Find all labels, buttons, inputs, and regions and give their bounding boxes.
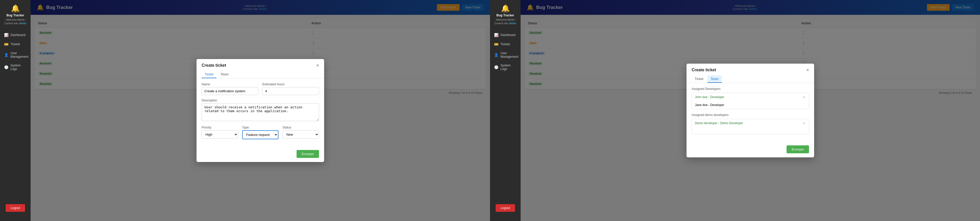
sidebar-welcome-right: - Welcome Admin - [494, 18, 516, 22]
system-logs-icon: 🕐 [4, 65, 8, 69]
sidebar-nav: 📊 Dashboard 🎫 Tickets 👤 User Management … [0, 30, 30, 199]
modal-tabs-left: Ticket Team [197, 71, 324, 78]
sidebar-item-tickets[interactable]: 🎫 Tickets [0, 40, 30, 49]
sidebar-item-dashboard-label: Dashboard [11, 33, 25, 37]
modal-body-team-right: Assigned Developers John doe - Developer… [687, 83, 814, 142]
sidebar-role-link: Admin [19, 22, 26, 25]
type-select[interactable]: Bug Feature request Improvement Task [242, 130, 279, 139]
priority-select[interactable]: Low Medium High Critical [202, 130, 238, 139]
form-group-description: Description: User should receive a notif… [202, 99, 319, 122]
tickets-icon-right: 🎫 [494, 42, 498, 46]
sidebar-item-dashboard-label-right: Dashboard [501, 33, 515, 37]
sidebar-right: 🔔 Bug Tracker - Welcome Admin - Current … [490, 0, 520, 221]
user-management-icon: 👤 [4, 53, 8, 57]
sidebar-item-tickets-label: Tickets [11, 42, 20, 46]
modal-footer-right: Envoyer [687, 142, 814, 157]
main-content-right: 🔔 Bug Tracker - Welcome Admin - Current … [520, 0, 980, 221]
main-content-left: 🔔 Bug Tracker - Welcome Admin - Current … [30, 0, 490, 221]
envoyer-button-left[interactable]: Envoyer [297, 150, 319, 158]
sidebar-item-system-logs-right[interactable]: 🕐 System Logs [490, 61, 520, 73]
description-label: Description: [202, 99, 319, 102]
check-icon-demo: ✓ [803, 121, 806, 125]
hours-label: Estimated hours [262, 83, 319, 86]
sidebar-nav-right: 📊 Dashboard 🎫 Tickets 👤 User Management … [490, 30, 520, 199]
sidebar-item-dashboard-right[interactable]: 📊 Dashboard [490, 30, 520, 40]
hours-input[interactable] [262, 87, 319, 95]
tab-ticket-left[interactable]: Ticket [202, 71, 216, 78]
sidebar-item-user-management-label-right: User Management [501, 51, 518, 59]
sidebar-logout-area-right: Logout [496, 199, 515, 217]
modal-close-button-right[interactable]: × [806, 68, 809, 72]
sidebar-left: 🔔 Bug Tracker - Welcome Admin - Current … [0, 0, 30, 221]
modal-body-left: Name: Estimated hours Description: User … [197, 78, 324, 147]
app-instance-left: 🔔 Bug Tracker - Welcome Admin - Current … [0, 0, 490, 221]
demo-dev-list-item[interactable]: Demo developer - Demo Developer ✓ [692, 119, 809, 127]
modal-overlay-left: Create ticket × Ticket Team Name: Estima… [30, 0, 490, 221]
modal-tabs-right: Ticket Team [687, 75, 814, 83]
name-label: Name: [202, 83, 258, 86]
create-ticket-modal-left: Create ticket × Ticket Team Name: Estima… [197, 59, 324, 162]
sidebar-role-right: Current role: Admin [494, 22, 516, 25]
sidebar-item-system-logs[interactable]: 🕐 System Logs [0, 61, 30, 73]
description-textarea[interactable]: User should receive a notification when … [202, 103, 319, 121]
sidebar-logo-icon: 🔔 [11, 4, 20, 13]
modal-overlay-right: Create ticket × Ticket Team Assigned Dev… [520, 0, 980, 221]
dev-list-item-john[interactable]: John doe - Developer ✓ [692, 93, 809, 101]
sidebar-role: Current role: Admin [4, 22, 26, 25]
sidebar-user-info: - Welcome Admin - Current role: Admin [4, 18, 26, 25]
user-management-icon-right: 👤 [494, 53, 498, 57]
type-label: Type: [242, 126, 279, 129]
app-instance-right: 🔔 Bug Tracker - Welcome Admin - Current … [490, 0, 980, 221]
sidebar-item-user-management[interactable]: 👤 User Management [0, 49, 30, 61]
sidebar-role-link-right: Admin [509, 22, 516, 25]
assigned-devs-section: Assigned Developers John doe - Developer… [692, 87, 809, 109]
name-input[interactable] [202, 87, 258, 95]
sidebar-app-title: Bug Tracker [6, 14, 24, 17]
modal-close-button-left[interactable]: × [316, 63, 319, 68]
dashboard-icon-right: 📊 [494, 33, 498, 37]
assigned-demo-devs-section: Assigned demo developers Demo developer … [692, 113, 809, 134]
assigned-devs-title: Assigned Developers [692, 87, 809, 91]
dev-name-john: John doe - Developer [695, 95, 724, 99]
sidebar-logo-icon-right: 🔔 [501, 4, 510, 13]
sidebar-item-system-logs-label: System Logs [11, 64, 27, 71]
sidebar-user-info-right: - Welcome Admin - Current role: Admin [494, 18, 516, 25]
sidebar-item-user-management-right[interactable]: 👤 User Management [490, 49, 520, 61]
form-group-name: Name: [202, 83, 258, 95]
sidebar-item-user-management-label: User Management [11, 51, 28, 59]
tab-team-left[interactable]: Team [218, 71, 232, 78]
modal-title-right: Create ticket [692, 68, 716, 72]
tickets-icon: 🎫 [4, 42, 8, 46]
priority-label: Priority: [202, 126, 238, 129]
system-logs-icon-right: 🕐 [494, 65, 498, 69]
demo-dev-name: Demo developer - Demo Developer [695, 121, 743, 125]
assigned-demo-devs-list: Demo developer - Demo Developer ✓ [692, 119, 809, 134]
sidebar-item-tickets-label-right: Tickets [501, 42, 510, 46]
dev-list-item-jane[interactable]: Jane doe - Developer [692, 101, 809, 109]
sidebar-app-title-right: Bug Tracker [496, 14, 514, 17]
sidebar-item-tickets-right[interactable]: 🎫 Tickets [490, 40, 520, 49]
assigned-demo-devs-title: Assigned demo developers [692, 113, 809, 117]
modal-footer-left: Envoyer [197, 147, 324, 162]
logout-button[interactable]: Logout [6, 204, 25, 212]
modal-title-left: Create ticket [202, 63, 226, 68]
logout-button-right[interactable]: Logout [496, 204, 515, 212]
form-group-priority: Priority: Low Medium High Critical [202, 126, 238, 139]
tab-team-right[interactable]: Team [708, 75, 722, 83]
status-select[interactable]: New Open In progress Resolved [283, 130, 319, 139]
modal-header-left: Create ticket × [197, 59, 324, 71]
sidebar-welcome: - Welcome Admin - [4, 18, 26, 22]
form-row-name-hours: Name: Estimated hours [202, 83, 319, 95]
modal-header-right: Create ticket × [687, 64, 814, 75]
form-group-hours: Estimated hours [262, 83, 319, 95]
sidebar-item-dashboard[interactable]: 📊 Dashboard [0, 30, 30, 40]
envoyer-button-right[interactable]: Envoyer [787, 146, 809, 153]
form-group-status: Status New Open In progress Resolved [283, 126, 319, 139]
dev-name-jane: Jane doe - Developer [695, 103, 724, 107]
form-row-priority-type-status: Priority: Low Medium High Critical Type: [202, 126, 319, 139]
tab-ticket-right[interactable]: Ticket [692, 75, 706, 83]
sidebar-item-system-logs-label-right: System Logs [501, 64, 517, 71]
form-group-type: Type: Bug Feature request Improvement Ta… [242, 126, 279, 139]
assigned-devs-list: John doe - Developer ✓ Jane doe - Develo… [692, 93, 809, 109]
check-icon-john: ✓ [803, 95, 806, 99]
